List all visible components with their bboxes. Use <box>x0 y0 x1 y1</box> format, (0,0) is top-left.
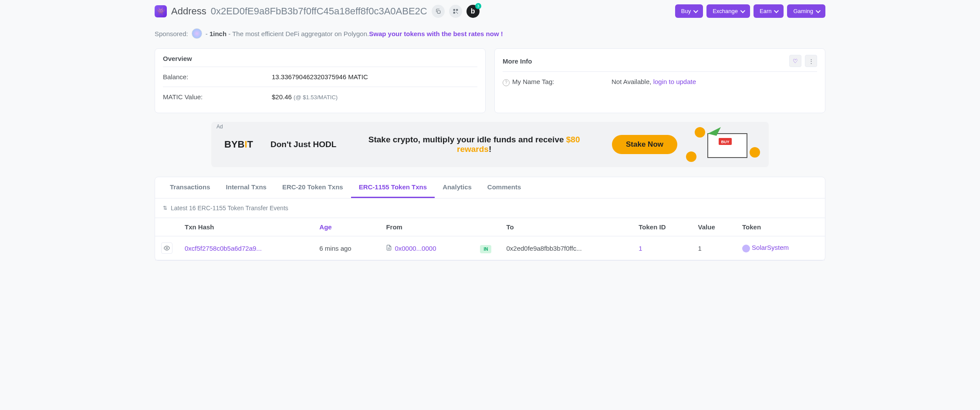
coin-icon <box>686 151 696 162</box>
ad-text1: Don't Just HODL <box>270 140 336 149</box>
view-details-button[interactable] <box>161 242 172 254</box>
direction-badge: IN <box>480 245 491 253</box>
qr-icon <box>453 8 459 14</box>
tab-internal-txns[interactable]: Internal Txns <box>218 177 274 198</box>
svg-text:BUY: BUY <box>721 140 729 144</box>
help-icon: ? <box>503 79 510 86</box>
eye-icon <box>164 245 170 251</box>
ad-text2: Stake crypto, multiply your idle funds a… <box>354 135 595 154</box>
ad-logo: BYBIT <box>224 139 253 150</box>
txn-value: 1 <box>692 236 736 260</box>
sponsor-sep: - <box>206 30 210 37</box>
sponsor-desc: - The most efficient DeFi aggregator on … <box>226 30 369 37</box>
col-hash: Txn Hash <box>179 218 313 236</box>
tokenid-link[interactable]: 1 <box>639 245 642 252</box>
login-link[interactable]: login to update <box>653 78 696 85</box>
address-hash: 0x2ED0fE9a8FbB3b7f0ffC45a18eff8f0c3A0ABE… <box>211 6 427 17</box>
svg-point-9 <box>166 247 168 249</box>
col-age[interactable]: Age <box>313 218 380 236</box>
ad-banner[interactable]: Ad BYBIT Don't Just HODL Stake crypto, m… <box>211 122 769 167</box>
nametag-value: Not Available, <box>612 78 653 85</box>
chevron-down-icon <box>774 8 779 13</box>
svg-rect-4 <box>456 12 457 13</box>
more-info-title: More Info <box>503 57 532 65</box>
copy-icon <box>435 8 441 14</box>
chevron-down-icon <box>816 8 821 13</box>
tab-transactions[interactable]: Transactions <box>162 177 218 198</box>
ad-graphic: BUY <box>695 127 756 162</box>
col-from: From <box>380 218 474 236</box>
overview-title: Overview <box>163 55 192 62</box>
ad-label: Ad <box>216 124 223 130</box>
address-avatar: 👾 <box>155 5 167 17</box>
tab-erc20[interactable]: ERC-20 Token Txns <box>274 177 351 198</box>
txn-age: 6 mins ago <box>313 236 380 260</box>
transactions-card: Transactions Internal Txns ERC-20 Token … <box>155 177 825 261</box>
matic-value-usd: $20.46 <box>272 93 292 101</box>
nametag-label: My Name Tag: <box>512 78 554 85</box>
tab-erc1155[interactable]: ERC-1155 Token Txns <box>351 177 435 198</box>
table-row: 0xcf5f2758c0b5a6d72a9... 6 mins ago 0x00… <box>155 236 825 260</box>
tab-analytics[interactable]: Analytics <box>435 177 480 198</box>
token-link[interactable]: SolarSystem <box>752 244 789 251</box>
sponsor-brand: 1inch <box>210 30 226 37</box>
sort-icon: ⇅ <box>163 205 167 211</box>
earn-label: Earn <box>760 8 771 14</box>
balance-label: Balance: <box>163 73 272 81</box>
copy-button[interactable] <box>432 5 445 18</box>
sponsor-link[interactable]: Swap your tokens with the best rates now… <box>369 30 503 37</box>
col-tokenid: Token ID <box>632 218 692 236</box>
chevron-down-icon <box>740 8 745 13</box>
matic-value-label: MATIC Value: <box>163 93 272 101</box>
more-info-card: More Info ♡ ⋮ ?My Name Tag: Not Availabl… <box>494 48 825 113</box>
from-address-link[interactable]: 0x0000...0000 <box>395 245 436 252</box>
sponsor-row: Sponsored: - 1inch - The most efficient … <box>155 27 825 48</box>
token-icon <box>742 245 750 252</box>
exchange-label: Exchange <box>713 8 738 14</box>
overview-card: Overview Balance: 13.336790462320375946 … <box>155 48 486 113</box>
gaming-label: Gaming <box>793 8 813 14</box>
sponsor-brand-icon <box>192 28 202 39</box>
qr-button[interactable] <box>449 5 462 18</box>
svg-rect-1 <box>453 9 455 10</box>
buy-label: Buy <box>681 8 691 14</box>
earn-button[interactable]: Earn <box>754 4 784 18</box>
favorite-button[interactable]: ♡ <box>789 55 801 67</box>
svg-rect-6 <box>708 134 747 158</box>
gaming-button[interactable]: Gaming <box>787 4 825 18</box>
chart-graphic-icon: BUY <box>703 127 751 162</box>
chevron-down-icon <box>693 8 698 13</box>
more-options-button[interactable]: ⋮ <box>805 55 817 67</box>
svg-rect-0 <box>437 10 440 13</box>
to-address: 0x2ed0fe9a8fbb3b7f0ffc... <box>500 236 632 260</box>
svg-rect-2 <box>456 9 458 10</box>
svg-rect-3 <box>453 12 455 13</box>
col-value: Value <box>692 218 736 236</box>
tab-comments[interactable]: Comments <box>480 177 529 198</box>
token-count-badge: 3 <box>475 3 481 9</box>
col-to: To <box>500 218 632 236</box>
txn-hash-link[interactable]: 0xcf5f2758c0b5a6d72a9... <box>185 245 262 252</box>
balance-value: 13.336790462320375946 MATIC <box>272 73 368 81</box>
table-summary: Latest 16 ERC-1155 Token Transfer Events <box>171 205 288 212</box>
buy-button[interactable]: Buy <box>675 4 703 18</box>
sponsor-label: Sponsored: <box>155 30 188 37</box>
col-token: Token <box>736 218 825 236</box>
contract-icon <box>386 245 392 252</box>
exchange-button[interactable]: Exchange <box>706 4 750 18</box>
svg-rect-5 <box>457 13 458 13</box>
tabs-bar: Transactions Internal Txns ERC-20 Token … <box>155 177 825 198</box>
page-title: Address <box>171 6 206 17</box>
txns-table: Txn Hash Age From To Token ID Value Toke… <box>155 218 825 260</box>
blockscan-icon: b <box>471 7 475 15</box>
matic-value-rate: (@ $1.53/MATIC) <box>294 94 338 101</box>
blockscan-button[interactable]: b 3 <box>466 5 480 18</box>
stake-now-button[interactable]: Stake Now <box>612 135 677 154</box>
